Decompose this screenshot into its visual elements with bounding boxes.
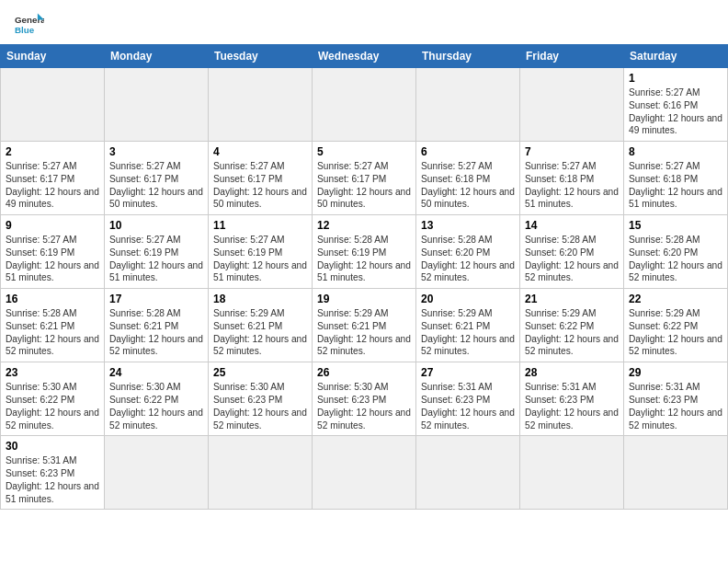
calendar-week-row: 23Sunrise: 5:30 AMSunset: 6:22 PMDayligh… bbox=[1, 362, 728, 436]
day-number: 30 bbox=[6, 440, 99, 453]
day-number: 3 bbox=[109, 145, 203, 158]
calendar-cell: 27Sunrise: 5:31 AMSunset: 6:23 PMDayligh… bbox=[416, 362, 520, 436]
calendar-cell bbox=[313, 68, 416, 142]
day-number: 14 bbox=[525, 219, 619, 232]
calendar-cell: 19Sunrise: 5:29 AMSunset: 6:21 PMDayligh… bbox=[313, 289, 416, 362]
day-info: Sunrise: 5:27 AMSunset: 6:19 PMDaylight:… bbox=[213, 234, 307, 284]
day-number: 29 bbox=[629, 366, 722, 379]
day-header-monday: Monday bbox=[105, 45, 209, 68]
calendar-week-row: 1Sunrise: 5:27 AMSunset: 6:16 PMDaylight… bbox=[1, 68, 728, 142]
day-info: Sunrise: 5:30 AMSunset: 6:23 PMDaylight:… bbox=[317, 381, 411, 431]
calendar-cell: 22Sunrise: 5:29 AMSunset: 6:22 PMDayligh… bbox=[624, 289, 728, 362]
day-info: Sunrise: 5:29 AMSunset: 6:21 PMDaylight:… bbox=[421, 307, 515, 358]
day-info: Sunrise: 5:30 AMSunset: 6:22 PMDaylight:… bbox=[109, 381, 203, 431]
day-info: Sunrise: 5:27 AMSunset: 6:18 PMDaylight:… bbox=[629, 160, 722, 211]
calendar-cell bbox=[105, 68, 209, 142]
day-number: 26 bbox=[317, 366, 411, 379]
day-info: Sunrise: 5:31 AMSunset: 6:23 PMDaylight:… bbox=[629, 381, 722, 431]
day-number: 22 bbox=[629, 293, 722, 305]
calendar-cell bbox=[520, 68, 624, 142]
calendar-table: SundayMondayTuesdayWednesdayThursdayFrid… bbox=[0, 44, 728, 510]
calendar-cell: 7Sunrise: 5:27 AMSunset: 6:18 PMDaylight… bbox=[520, 142, 624, 215]
day-info: Sunrise: 5:30 AMSunset: 6:23 PMDaylight:… bbox=[213, 381, 307, 431]
calendar-cell bbox=[416, 436, 520, 510]
day-number: 1 bbox=[629, 72, 722, 85]
calendar-cell: 2Sunrise: 5:27 AMSunset: 6:17 PMDaylight… bbox=[1, 142, 105, 215]
day-number: 7 bbox=[525, 145, 619, 158]
calendar-cell: 18Sunrise: 5:29 AMSunset: 6:21 PMDayligh… bbox=[209, 289, 313, 362]
calendar-cell bbox=[209, 68, 313, 142]
day-number: 13 bbox=[421, 219, 515, 232]
day-info: Sunrise: 5:27 AMSunset: 6:17 PMDaylight:… bbox=[317, 160, 411, 211]
day-number: 11 bbox=[213, 219, 307, 232]
day-info: Sunrise: 5:28 AMSunset: 6:19 PMDaylight:… bbox=[317, 234, 411, 284]
calendar-cell: 9Sunrise: 5:27 AMSunset: 6:19 PMDaylight… bbox=[1, 215, 105, 289]
day-number: 27 bbox=[421, 366, 515, 379]
calendar-cell bbox=[209, 436, 313, 510]
day-info: Sunrise: 5:28 AMSunset: 6:20 PMDaylight:… bbox=[421, 234, 515, 284]
calendar-cell: 25Sunrise: 5:30 AMSunset: 6:23 PMDayligh… bbox=[209, 362, 313, 436]
calendar-cell: 17Sunrise: 5:28 AMSunset: 6:21 PMDayligh… bbox=[105, 289, 209, 362]
calendar-header-row: SundayMondayTuesdayWednesdayThursdayFrid… bbox=[1, 45, 728, 68]
day-info: Sunrise: 5:29 AMSunset: 6:22 PMDaylight:… bbox=[629, 307, 722, 358]
day-info: Sunrise: 5:27 AMSunset: 6:19 PMDaylight:… bbox=[109, 234, 203, 284]
day-info: Sunrise: 5:30 AMSunset: 6:22 PMDaylight:… bbox=[6, 381, 99, 431]
day-info: Sunrise: 5:29 AMSunset: 6:21 PMDaylight:… bbox=[213, 307, 307, 358]
calendar-week-row: 2Sunrise: 5:27 AMSunset: 6:17 PMDaylight… bbox=[1, 142, 728, 215]
day-header-thursday: Thursday bbox=[416, 45, 520, 68]
svg-text:Blue: Blue bbox=[15, 25, 35, 35]
calendar-cell: 6Sunrise: 5:27 AMSunset: 6:18 PMDaylight… bbox=[416, 142, 520, 215]
day-info: Sunrise: 5:29 AMSunset: 6:22 PMDaylight:… bbox=[525, 307, 619, 358]
day-info: Sunrise: 5:27 AMSunset: 6:17 PMDaylight:… bbox=[6, 160, 99, 211]
day-info: Sunrise: 5:31 AMSunset: 6:23 PMDaylight:… bbox=[525, 381, 619, 431]
day-header-tuesday: Tuesday bbox=[209, 45, 313, 68]
calendar-cell bbox=[416, 68, 520, 142]
calendar-cell: 16Sunrise: 5:28 AMSunset: 6:21 PMDayligh… bbox=[1, 289, 105, 362]
day-number: 10 bbox=[109, 219, 203, 232]
calendar-cell: 21Sunrise: 5:29 AMSunset: 6:22 PMDayligh… bbox=[520, 289, 624, 362]
calendar-cell: 13Sunrise: 5:28 AMSunset: 6:20 PMDayligh… bbox=[416, 215, 520, 289]
day-info: Sunrise: 5:28 AMSunset: 6:21 PMDaylight:… bbox=[6, 307, 99, 358]
day-info: Sunrise: 5:27 AMSunset: 6:16 PMDaylight:… bbox=[629, 86, 722, 137]
day-number: 20 bbox=[421, 293, 515, 305]
day-number: 12 bbox=[317, 219, 411, 232]
day-number: 8 bbox=[629, 145, 722, 158]
calendar-cell: 5Sunrise: 5:27 AMSunset: 6:17 PMDaylight… bbox=[313, 142, 416, 215]
calendar-week-row: 30Sunrise: 5:31 AMSunset: 6:23 PMDayligh… bbox=[1, 436, 728, 510]
day-number: 28 bbox=[525, 366, 619, 379]
day-number: 6 bbox=[421, 145, 515, 158]
calendar-cell: 24Sunrise: 5:30 AMSunset: 6:22 PMDayligh… bbox=[105, 362, 209, 436]
calendar-cell: 29Sunrise: 5:31 AMSunset: 6:23 PMDayligh… bbox=[624, 362, 728, 436]
calendar-cell: 4Sunrise: 5:27 AMSunset: 6:17 PMDaylight… bbox=[209, 142, 313, 215]
calendar-cell: 10Sunrise: 5:27 AMSunset: 6:19 PMDayligh… bbox=[105, 215, 209, 289]
day-info: Sunrise: 5:28 AMSunset: 6:21 PMDaylight:… bbox=[109, 307, 203, 358]
day-number: 16 bbox=[6, 293, 99, 305]
day-header-friday: Friday bbox=[520, 45, 624, 68]
logo: General Blue bbox=[15, 11, 44, 37]
calendar-cell bbox=[313, 436, 416, 510]
calendar-cell: 15Sunrise: 5:28 AMSunset: 6:20 PMDayligh… bbox=[624, 215, 728, 289]
day-number: 19 bbox=[317, 293, 411, 305]
calendar-cell: 26Sunrise: 5:30 AMSunset: 6:23 PMDayligh… bbox=[313, 362, 416, 436]
page-header: General Blue bbox=[0, 0, 728, 44]
day-header-saturday: Saturday bbox=[624, 45, 728, 68]
calendar-cell: 14Sunrise: 5:28 AMSunset: 6:20 PMDayligh… bbox=[520, 215, 624, 289]
day-info: Sunrise: 5:31 AMSunset: 6:23 PMDaylight:… bbox=[6, 454, 99, 505]
day-info: Sunrise: 5:28 AMSunset: 6:20 PMDaylight:… bbox=[525, 234, 619, 284]
day-number: 15 bbox=[629, 219, 722, 232]
calendar-cell: 23Sunrise: 5:30 AMSunset: 6:22 PMDayligh… bbox=[1, 362, 105, 436]
day-info: Sunrise: 5:27 AMSunset: 6:17 PMDaylight:… bbox=[213, 160, 307, 211]
day-number: 23 bbox=[6, 366, 99, 379]
day-number: 2 bbox=[6, 145, 99, 158]
day-number: 17 bbox=[109, 293, 203, 305]
day-number: 4 bbox=[213, 145, 307, 158]
day-info: Sunrise: 5:27 AMSunset: 6:18 PMDaylight:… bbox=[525, 160, 619, 211]
calendar-cell bbox=[520, 436, 624, 510]
day-number: 9 bbox=[6, 219, 99, 232]
day-info: Sunrise: 5:27 AMSunset: 6:19 PMDaylight:… bbox=[6, 234, 99, 284]
calendar-cell bbox=[1, 68, 105, 142]
day-number: 18 bbox=[213, 293, 307, 305]
day-number: 21 bbox=[525, 293, 619, 305]
day-number: 24 bbox=[109, 366, 203, 379]
day-info: Sunrise: 5:31 AMSunset: 6:23 PMDaylight:… bbox=[421, 381, 515, 431]
